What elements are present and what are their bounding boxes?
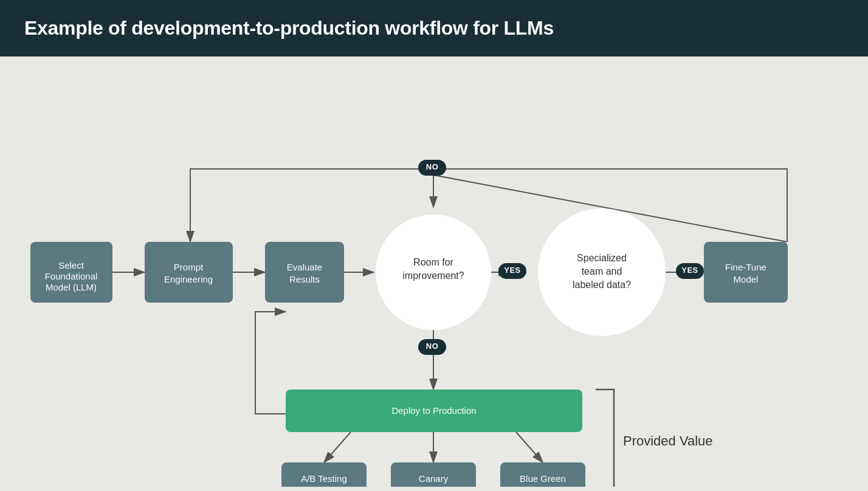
- yes-badge-2-label: YES: [681, 266, 698, 275]
- room-improvement-label: Room for: [413, 257, 453, 267]
- diagram-area: Select Foundational Model (LLM) Prompt E…: [0, 57, 868, 487]
- prompt-engineering-label2: Engineering: [164, 274, 213, 284]
- fine-tune-box: [704, 242, 788, 303]
- specialized-label: Specialized: [577, 253, 627, 263]
- specialized-label3: labeled data?: [573, 280, 631, 290]
- yes-badge-1-label: YES: [504, 266, 521, 275]
- evaluate-results-label2: Results: [289, 274, 320, 284]
- select-model-label3: Model (LLM): [46, 282, 97, 292]
- select-model-label: Select: [58, 260, 84, 270]
- specialized-label2: team and: [582, 266, 622, 276]
- provided-value-label: Provided Value: [623, 433, 713, 448]
- no-top-feedback: [190, 169, 787, 242]
- deploy-label: Deploy to Production: [391, 405, 476, 416]
- page-title: Example of development-to-production wor…: [24, 17, 844, 39]
- room-improvement-label2: improvement?: [402, 270, 464, 281]
- prompt-engineering-box: [145, 242, 233, 303]
- deploy-to-evaluate-feedback: [255, 312, 286, 414]
- fine-tune-label: Fine-Tune: [725, 262, 766, 272]
- select-model-label2: Foundational: [45, 271, 98, 281]
- arrow-deploy-to-ab: [324, 432, 351, 462]
- header: Example of development-to-production wor…: [0, 0, 868, 57]
- prompt-engineering-label: Prompt: [174, 262, 204, 272]
- no-badge-bottom-label: NO: [426, 342, 439, 351]
- arrow-deploy-to-blue: [516, 432, 543, 462]
- provided-value-bracket: [596, 390, 614, 487]
- blue-green-label: Blue Green: [520, 473, 566, 484]
- ab-testing-label: A/B Testing: [301, 473, 347, 484]
- evaluate-results-label: Evaluate: [287, 262, 322, 272]
- no-badge-top-label: NO: [426, 162, 439, 171]
- canary-label: Canary: [419, 473, 449, 484]
- fine-tune-label2: Model: [734, 274, 759, 284]
- evaluate-results-box: [265, 242, 344, 303]
